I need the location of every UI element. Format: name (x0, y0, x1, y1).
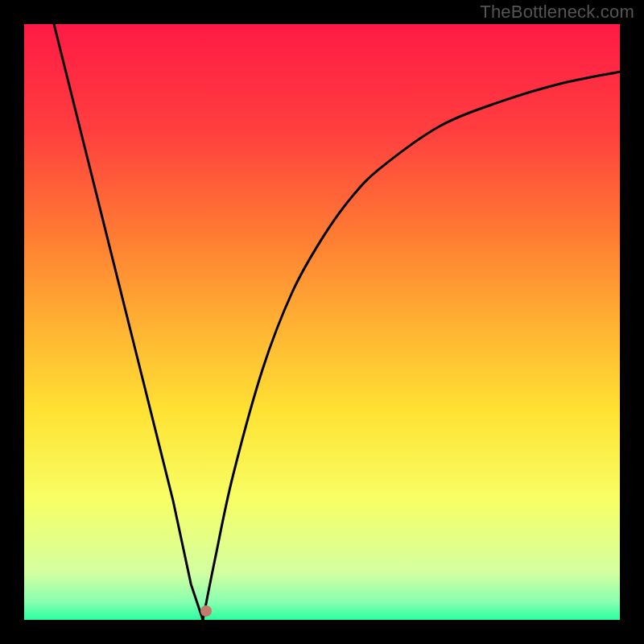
bottleneck-curve (24, 24, 620, 620)
optimum-marker (200, 605, 212, 617)
chart-stage: TheBottleneck.com (0, 0, 644, 644)
curve-left-branch (54, 24, 203, 620)
watermark-label: TheBottleneck.com (480, 2, 634, 23)
plot-area (24, 24, 620, 620)
curve-right-branch (203, 72, 620, 620)
